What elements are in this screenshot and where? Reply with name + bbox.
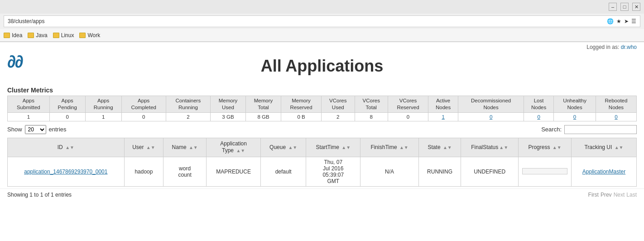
val-memory-total: 8 GB [245, 112, 281, 121]
sort-icon-id: ▲▼ [65, 145, 74, 150]
val-unhealthy-nodes[interactable]: 0 [554, 112, 596, 121]
logged-in-user[interactable]: dr.who [621, 44, 637, 50]
cell-id[interactable]: application_1467869293970_0001 [8, 157, 125, 187]
th-state[interactable]: State ▲▼ [418, 138, 461, 157]
th-tracking-ui[interactable]: Tracking UI ▲▼ [571, 138, 636, 157]
restore-button[interactable]: □ [620, 3, 629, 11]
sort-icon-queue: ▲▼ [288, 145, 297, 150]
sort-icon-finish-time: ▲▼ [399, 145, 409, 150]
search-label: Search: [541, 126, 562, 133]
bookmark-linux-label: Linux [61, 32, 74, 39]
col-apps-submitted: AppsSubmitted [8, 96, 50, 113]
th-final-status[interactable]: FinalStatus▲▼ [461, 138, 519, 157]
cluster-metrics-title: Cluster Metrics [0, 83, 644, 96]
sort-icon-final-status: ▲▼ [499, 145, 508, 150]
search-box: Search: [541, 125, 637, 134]
col-containers-running: ContainersRunning [166, 96, 210, 113]
col-vcores-reserved: VCoresReserved [388, 96, 428, 113]
cell-queue: default [261, 157, 306, 187]
logged-in-bar: Logged in as: dr.who [0, 42, 644, 52]
progress-bar [522, 168, 567, 174]
entries-label: entries [49, 126, 67, 133]
val-apps-running: 1 [85, 112, 121, 121]
col-decommissioned-nodes: DecommissionedNodes [458, 96, 524, 113]
val-rebooted-nodes[interactable]: 0 [596, 112, 636, 121]
col-rebooted-nodes: RebootedNodes [596, 96, 636, 113]
last-button[interactable]: Last [626, 192, 637, 198]
star-icon[interactable]: ★ [616, 18, 621, 24]
cluster-metrics-table-wrap: AppsSubmitted AppsPending AppsRunning Ap… [0, 96, 644, 121]
translate-icon[interactable]: 🌐 [607, 18, 614, 24]
th-user[interactable]: User ▲▼ [124, 138, 163, 157]
table-footer: Showing 1 to 1 of 1 entries First Prev N… [0, 188, 644, 201]
app-id-link[interactable]: application_1467869293970_0001 [24, 169, 107, 175]
bookmark-java-label: Java [36, 32, 47, 39]
bookmark-work[interactable]: Work [79, 32, 100, 39]
th-application-type[interactable]: ApplicationType ▲▼ [207, 138, 261, 157]
minimize-button[interactable]: – [609, 3, 617, 11]
prev-button[interactable]: Prev [601, 192, 612, 198]
controls-row: Show 10 20 25 50 100 entries Search: [0, 121, 644, 138]
th-id[interactable]: ID ▲▼ [8, 138, 125, 157]
sort-icon-tracking-ui: ▲▼ [615, 145, 624, 150]
col-lost-nodes: LostNodes [524, 96, 554, 113]
val-apps-submitted: 1 [8, 112, 50, 121]
metrics-row: 1 0 1 0 2 3 GB 8 GB 0 B 2 8 0 1 0 0 0 0 [8, 112, 637, 121]
apps-table: ID ▲▼ User ▲▼ Name ▲▼ ApplicationType ▲▼… [7, 138, 637, 187]
page-header: ∂∂ All Applications [0, 52, 644, 83]
folder-icon [53, 33, 59, 38]
first-button[interactable]: First [588, 192, 599, 198]
page-content: Logged in as: dr.who ∂∂ All Applications… [0, 42, 644, 223]
table-row: application_1467869293970_0001 hadoop wo… [8, 157, 637, 187]
col-apps-running: AppsRunning [85, 96, 121, 113]
bookmark-idea[interactable]: Idea [4, 32, 22, 39]
col-vcores-total: VCoresTotal [355, 96, 388, 113]
sort-icon-progress: ▲▼ [553, 145, 562, 150]
show-entries: Show 10 20 25 50 100 entries [7, 125, 67, 134]
cell-tracking-ui[interactable]: ApplicationMaster [571, 157, 636, 187]
show-label: Show [7, 126, 22, 133]
cell-state: RUNNING [418, 157, 461, 187]
next-button[interactable]: Next [614, 192, 625, 198]
th-finish-time[interactable]: FinishTime ▲▼ [360, 138, 419, 157]
close-button[interactable]: ✕ [632, 3, 640, 11]
showing-entries: Showing 1 to 1 of 1 entries [7, 192, 72, 198]
val-active-nodes[interactable]: 1 [428, 112, 458, 121]
th-progress[interactable]: Progress ▲▼ [518, 138, 571, 157]
col-memory-used: MemoryUsed [210, 96, 245, 113]
address-bar[interactable]: 38/cluster/apps 🌐 ★ ➤ ☰ [4, 15, 640, 27]
col-memory-reserved: MemoryReserved [281, 96, 322, 113]
val-memory-reserved: 0 B [281, 112, 322, 121]
bookmark-idea-label: Idea [12, 32, 22, 39]
cell-name: wordcount [163, 157, 207, 187]
val-lost-nodes[interactable]: 0 [524, 112, 554, 121]
arrow-icon[interactable]: ➤ [624, 18, 629, 24]
menu-icon[interactable]: ☰ [631, 18, 636, 24]
th-start-time[interactable]: StartTime ▲▼ [306, 138, 360, 157]
val-apps-completed: 0 [121, 112, 166, 121]
page-title: All Applications [261, 57, 384, 76]
sort-icon-start-time: ▲▼ [341, 145, 351, 150]
cell-user: hadoop [124, 157, 163, 187]
tracking-ui-link[interactable]: ApplicationMaster [582, 169, 625, 175]
val-decommissioned-nodes[interactable]: 0 [458, 112, 524, 121]
th-name[interactable]: Name ▲▼ [163, 138, 207, 157]
cell-progress [518, 157, 571, 187]
val-vcores-reserved: 0 [388, 112, 428, 121]
bookmark-linux[interactable]: Linux [53, 32, 74, 39]
val-memory-used: 3 GB [210, 112, 245, 121]
sort-icon-app-type: ▲▼ [236, 148, 245, 153]
th-queue[interactable]: Queue ▲▼ [261, 138, 306, 157]
col-vcores-used: VCoresUsed [322, 96, 355, 113]
logged-in-label: Logged in as: [586, 44, 619, 50]
sort-icon-state: ▲▼ [443, 145, 452, 150]
sort-icon-name: ▲▼ [189, 145, 198, 150]
bookmarks-bar: Idea Java Linux Work [0, 29, 644, 42]
cell-start-time: Thu, 07Jul 201605:39:07GMT [306, 157, 360, 187]
show-select[interactable]: 10 20 25 50 100 [25, 125, 46, 134]
search-input[interactable] [564, 125, 637, 134]
cell-application-type: MAPREDUCE [207, 157, 261, 187]
col-apps-pending: AppsPending [49, 96, 85, 113]
bookmark-java[interactable]: Java [28, 32, 47, 39]
cell-final-status: UNDEFINED [461, 157, 519, 187]
